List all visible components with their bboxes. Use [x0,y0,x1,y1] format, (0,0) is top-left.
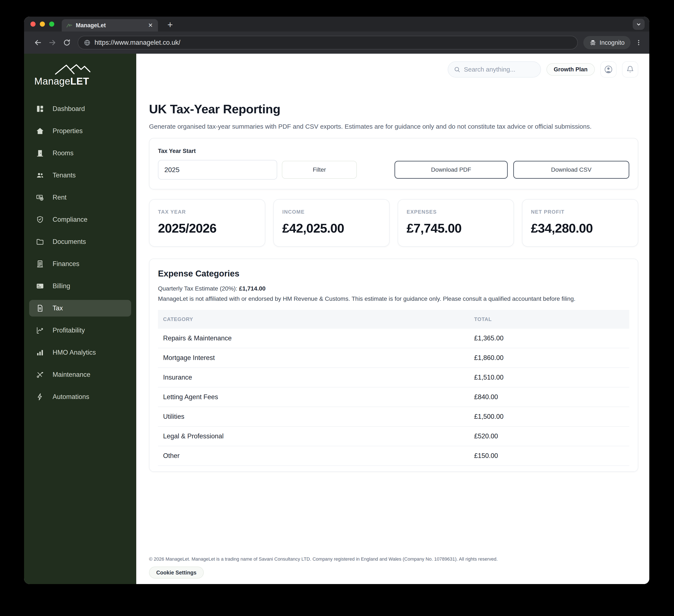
filter-card: Tax Year Start Filter Download PDF Downl… [149,138,638,189]
cell-total: £1,500.00 [469,407,629,426]
sidebar-item-rent[interactable]: Rent [29,189,131,206]
stat-card: NET PROFIT £34,280.00 [522,199,638,247]
filter-button[interactable]: Filter [282,161,357,179]
new-tab-button[interactable]: + [164,19,176,30]
stat-label: EXPENSES [407,209,505,215]
sidebar-item-billing[interactable]: Billing [29,278,131,294]
growth-plan-button[interactable]: Growth Plan [547,63,595,76]
globe-icon [84,39,91,46]
house-icon [36,127,44,135]
stat-value: £42,025.00 [282,221,381,235]
sidebar-item-tax[interactable]: Tax [29,300,131,316]
cell-category: Mortgage Interest [158,348,469,368]
window-close-button[interactable] [30,21,35,27]
sidebar-item-automations[interactable]: Automations [29,389,131,405]
stat-label: TAX YEAR [158,209,256,215]
column-header-total: TOTAL [469,310,629,329]
cell-category: Other [158,446,469,466]
cell-category: Utilities [158,407,469,426]
window-zoom-button[interactable] [49,21,54,27]
chart-line-icon [36,326,44,334]
table-row: Other £150.00 [158,446,629,466]
forward-arrow-icon [48,38,57,46]
cell-total: £1,860.00 [469,348,629,368]
managelet-logo: ManageLET [24,54,136,101]
sidebar-item-maintenance[interactable]: Maintenance [29,367,131,383]
stat-label: INCOME [282,209,381,215]
hmrc-disclaimer: ManageLet is not affiliated with or endo… [158,295,629,302]
incognito-badge: Incognito [583,36,631,49]
user-avatar-icon [604,65,613,74]
search-field[interactable] [464,66,535,73]
quarterly-tax-estimate: Quarterly Tax Estimate (20%): £1,714.00 [158,285,629,292]
reload-button[interactable] [61,36,73,49]
sidebar-item-compliance[interactable]: Compliance [29,211,131,228]
stat-card: INCOME £42,025.00 [273,199,389,247]
download-csv-button[interactable]: Download CSV [513,161,629,179]
browser-tab[interactable]: ManageLet ✕ [62,19,158,31]
sidebar-item-tenants[interactable]: Tenants [29,167,131,184]
stat-value: 2025/2026 [158,221,256,235]
site-favicon-icon [66,22,73,28]
sidebar-item-documents[interactable]: Documents [29,233,131,250]
download-pdf-button[interactable]: Download PDF [395,161,508,179]
cookie-settings-button[interactable]: Cookie Settings [149,567,204,579]
back-arrow-icon [34,38,42,46]
stat-value: £34,280.00 [531,221,629,235]
search-icon [454,66,460,73]
browser-toolbar: https://www.managelet.co.uk/ Incognito [24,31,649,54]
address-bar[interactable]: https://www.managelet.co.uk/ [78,36,578,49]
sidebar-item-label: Dashboard [52,105,85,113]
sidebar-item-finances[interactable]: Finances [29,255,131,272]
expense-categories-card: Expense Categories Quarterly Tax Estimat… [149,259,638,472]
cell-total: £150.00 [469,446,629,466]
sidebar-item-label: Rooms [52,149,74,157]
top-header: Growth Plan [149,61,638,78]
cell-total: £520.00 [469,426,629,446]
browser-window: ManageLet ✕ + https://www.managelet.co.u… [24,17,649,584]
page-footer: © 2026 ManageLet. ManageLet is a trading… [149,556,638,579]
chevron-down-icon [636,21,642,27]
stat-value: £7,745.00 [407,221,505,235]
incognito-icon [589,39,596,46]
sidebar-item-label: Maintenance [52,371,91,379]
table-row: Utilities £1,500.00 [158,407,629,426]
sidebar-item-hmo-analytics[interactable]: HMO Analytics [29,344,131,361]
url-text: https://www.managelet.co.uk/ [95,39,180,46]
tools-icon [36,371,44,379]
sidebar-item-properties[interactable]: Properties [29,123,131,139]
tax-year-start-input[interactable] [158,160,277,180]
sidebar-item-rooms[interactable]: Rooms [29,145,131,162]
logo-text: ManageLET [34,75,130,87]
sidebar-item-dashboard[interactable]: Dashboard [29,101,131,117]
credit-card-icon [36,282,44,290]
forward-button[interactable] [46,36,59,49]
reload-icon [63,38,71,46]
cell-total: £1,365.00 [469,329,629,348]
window-minimize-button[interactable] [40,21,45,27]
sidebar-item-label: Finances [52,260,80,268]
sidebar-item-label: Billing [52,282,70,290]
tab-list-chevron-button[interactable] [633,19,645,30]
account-button[interactable] [600,61,616,78]
table-row: Letting Agent Fees £840.00 [158,387,629,407]
receipt-icon [36,260,44,268]
stat-card: TAX YEAR 2025/2026 [149,199,265,247]
summary-stats: TAX YEAR 2025/2026 INCOME £42,025.00 EXP… [149,199,638,247]
page-title: UK Tax-Year Reporting [149,102,638,116]
copyright-text: © 2026 ManageLet. ManageLet is a trading… [149,556,638,562]
browser-menu-button[interactable] [634,36,643,49]
notifications-button[interactable] [622,61,638,78]
tab-close-icon[interactable]: ✕ [147,22,154,29]
stat-card: EXPENSES £7,745.00 [398,199,514,247]
sidebar-item-label: Properties [52,127,83,135]
main-content: Growth Plan UK Tax-Year Reporting Genera… [136,54,649,584]
cell-category: Letting Agent Fees [158,387,469,407]
back-button[interactable] [32,36,44,49]
kebab-menu-icon [635,39,642,46]
search-input[interactable] [448,61,541,78]
window-controls [30,21,54,27]
browser-tab-bar: ManageLet ✕ + [24,17,649,31]
table-row: Repairs & Maintenance £1,365.00 [158,329,629,348]
sidebar-item-profitability[interactable]: Profitability [29,322,131,339]
